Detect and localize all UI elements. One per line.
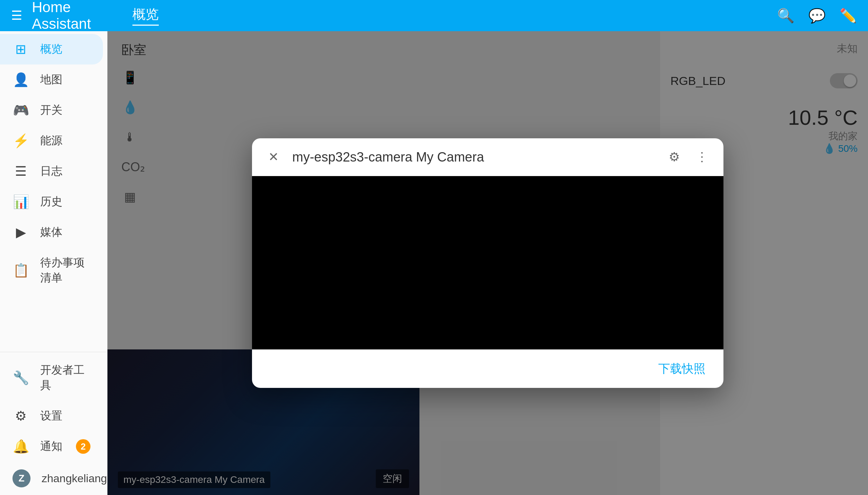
active-tab[interactable]: 概览 [132, 6, 159, 26]
modal-title: my-esp32s3-camera My Camera [292, 150, 656, 165]
notification-icon: 🔔 [12, 439, 29, 454]
sidebar-label-overview: 概览 [40, 42, 62, 57]
sidebar-label-notifications: 通知 [40, 439, 62, 454]
sidebar-item-settings[interactable]: ⚙ 设置 [0, 401, 103, 431]
menu-icon[interactable]: ☰ [11, 8, 22, 23]
sidebar-label-devtools: 开发者工具 [40, 363, 90, 393]
settings-icon: ⚙ [12, 408, 29, 424]
sidebar-item-energy[interactable]: ⚡ 能源 [0, 125, 103, 156]
modal-footer: 下载快照 [252, 349, 723, 388]
sidebar-item-log[interactable]: ☰ 日志 [0, 156, 103, 186]
username-label: zhangkeliang [42, 472, 107, 485]
sidebar-item-switch[interactable]: 🎮 开关 [0, 95, 103, 125]
sidebar-label-map: 地图 [40, 72, 62, 87]
gear-icon: ⚙ [669, 150, 680, 164]
devtools-icon: 🔧 [12, 370, 29, 385]
modal-close-button[interactable]: ✕ [264, 148, 283, 166]
modal-settings-button[interactable]: ⚙ [665, 148, 683, 166]
sidebar-item-todo[interactable]: 📋 待办事项清单 [0, 248, 103, 293]
modal-overlay[interactable]: ✕ my-esp32s3-camera My Camera ⚙ ⋮ [107, 31, 868, 495]
sidebar-item-user[interactable]: Z zhangkeliang [0, 462, 103, 495]
sidebar-label-switch: 开关 [40, 103, 62, 118]
top-bar-center: 概览 [119, 6, 777, 26]
camera-modal: ✕ my-esp32s3-camera My Camera ⚙ ⋮ [252, 138, 723, 388]
content-area: 卧室 📱 💧 🌡 CO₂ ▦ 未知 [107, 31, 868, 495]
todo-icon: 📋 [12, 263, 29, 278]
sidebar-label-energy: 能源 [40, 133, 62, 148]
main-layout: ⊞ 概览 👤 地图 🎮 开关 ⚡ 能源 ☰ 日志 📊 历史 ▶ 媒体 📋 [0, 31, 868, 495]
modal-image-area: 2024 松彩 [252, 176, 723, 349]
sidebar-item-media[interactable]: ▶ 媒体 [0, 217, 103, 248]
sidebar-label-todo: 待办事项清单 [40, 255, 90, 286]
sidebar-label-history: 历史 [40, 194, 62, 209]
overview-icon: ⊞ [12, 42, 29, 57]
switch-icon: 🎮 [12, 103, 29, 118]
log-icon: ☰ [12, 164, 29, 179]
chat-icon[interactable]: 💬 [808, 8, 826, 24]
map-icon: 👤 [12, 72, 29, 87]
sidebar-item-overview[interactable]: ⊞ 概览 [0, 34, 103, 64]
app-title: Home Assistant [32, 0, 119, 32]
notification-badge: 2 [76, 439, 90, 454]
download-snapshot-button[interactable]: 下载快照 [653, 358, 711, 380]
modal-header: ✕ my-esp32s3-camera My Camera ⚙ ⋮ [252, 138, 723, 176]
history-icon: 📊 [12, 194, 29, 209]
sidebar-bottom: 🔧 开发者工具 ⚙ 设置 🔔 通知 2 Z zhangkeliang [0, 352, 107, 495]
sidebar-label-settings: 设置 [40, 408, 62, 424]
top-bar-actions: 🔍 💬 ✏️ [777, 8, 857, 24]
sidebar-item-history[interactable]: 📊 历史 [0, 186, 103, 217]
search-icon[interactable]: 🔍 [777, 8, 795, 24]
sidebar-item-notifications[interactable]: 🔔 通知 2 [0, 431, 103, 462]
sidebar-label-log: 日志 [40, 164, 62, 179]
more-icon: ⋮ [696, 150, 708, 164]
sidebar: ⊞ 概览 👤 地图 🎮 开关 ⚡ 能源 ☰ 日志 📊 历史 ▶ 媒体 📋 [0, 31, 107, 495]
modal-more-button[interactable]: ⋮ [693, 148, 711, 166]
close-icon: ✕ [268, 150, 279, 164]
top-bar: ☰ Home Assistant 概览 🔍 💬 ✏️ [0, 0, 868, 31]
sidebar-item-devtools[interactable]: 🔧 开发者工具 [0, 355, 103, 401]
avatar: Z [12, 469, 31, 487]
edit-icon[interactable]: ✏️ [840, 8, 857, 24]
sidebar-label-media: 媒体 [40, 225, 62, 240]
sidebar-spacer [0, 293, 107, 352]
media-icon: ▶ [12, 225, 29, 240]
top-bar-left: ☰ Home Assistant [11, 0, 119, 32]
sidebar-item-map[interactable]: 👤 地图 [0, 64, 103, 95]
energy-icon: ⚡ [12, 133, 29, 148]
